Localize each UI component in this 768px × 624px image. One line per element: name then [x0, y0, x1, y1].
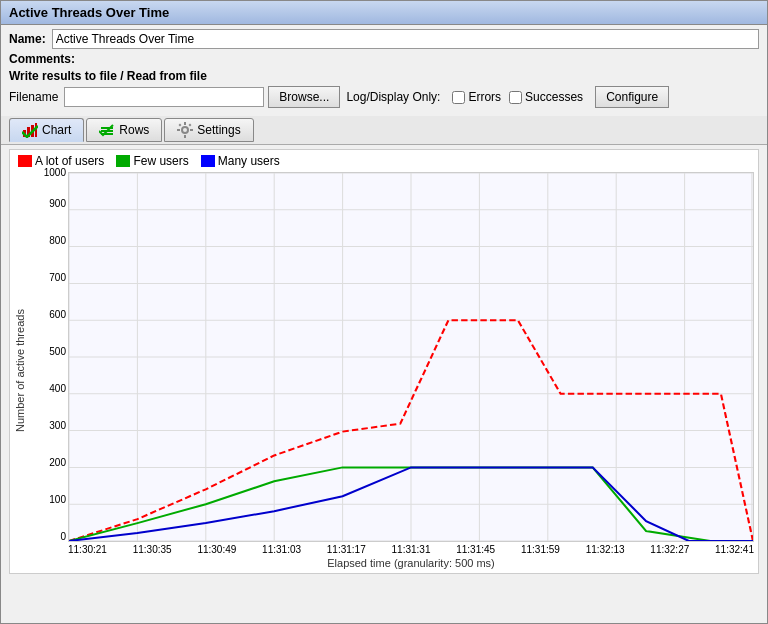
ytick-900: 900	[49, 198, 66, 209]
xlabel-9: 11:32:27	[650, 544, 689, 555]
window-title: Active Threads Over Time	[9, 5, 169, 20]
chart-inner	[68, 172, 754, 542]
rows-tab-label: Rows	[119, 123, 149, 137]
xlabel-1: 11:30:35	[133, 544, 172, 555]
main-window: Active Threads Over Time Name: Comments:…	[0, 0, 768, 624]
tab-chart[interactable]: Chart	[9, 118, 84, 142]
svg-rect-9	[179, 124, 182, 127]
ytick-200: 200	[49, 457, 66, 468]
successes-label: Successes	[525, 90, 583, 104]
legend-item-many: Many users	[201, 154, 280, 168]
xlabel-6: 11:31:45	[456, 544, 495, 555]
svg-point-4	[182, 127, 188, 133]
legend-label-many: Many users	[218, 154, 280, 168]
x-axis-title-text: Elapsed time (granularity: 500 ms)	[327, 557, 495, 569]
successes-checkbox-group: Successes	[509, 90, 583, 104]
settings-tab-icon	[177, 122, 193, 138]
ytick-800: 800	[49, 235, 66, 246]
ytick-600: 600	[49, 309, 66, 320]
svg-rect-7	[177, 129, 180, 131]
chart-tab-icon	[22, 122, 38, 138]
settings-tab-label: Settings	[197, 123, 240, 137]
svg-rect-8	[190, 129, 193, 131]
legend-color-many	[201, 155, 215, 167]
errors-checkbox[interactable]	[452, 91, 465, 104]
tab-settings[interactable]: Settings	[164, 118, 253, 142]
ytick-400: 400	[49, 383, 66, 394]
legend-color-alot	[18, 155, 32, 167]
ytick-0: 0	[60, 531, 66, 542]
svg-rect-5	[184, 122, 186, 125]
tabs-row: Chart Rows Settings	[1, 116, 767, 145]
xlabel-7: 11:31:59	[521, 544, 560, 555]
xlabel-2: 11:30:49	[197, 544, 236, 555]
filename-input[interactable]	[64, 87, 264, 107]
chart-legend: A lot of users Few users Many users	[14, 154, 754, 168]
x-axis-title: Elapsed time (granularity: 500 ms)	[68, 557, 754, 569]
errors-label: Errors	[468, 90, 501, 104]
filename-label: Filename	[9, 90, 58, 104]
name-row: Name:	[9, 29, 759, 49]
name-label: Name:	[9, 32, 46, 46]
xlabel-4: 11:31:17	[327, 544, 366, 555]
configure-button[interactable]: Configure	[595, 86, 669, 108]
svg-rect-6	[184, 135, 186, 138]
ytick-300: 300	[49, 420, 66, 431]
name-input[interactable]	[52, 29, 759, 49]
legend-label-few: Few users	[133, 154, 188, 168]
xlabel-8: 11:32:13	[586, 544, 625, 555]
errors-checkbox-group: Errors	[452, 90, 501, 104]
log-display-group: Log/Display Only: Errors Successes Confi…	[346, 86, 669, 108]
filename-row: Filename Browse... Log/Display Only: Err…	[9, 86, 759, 108]
xlabel-3: 11:31:03	[262, 544, 301, 555]
form-section: Name: Comments: Write results to file / …	[1, 25, 767, 116]
xlabel-10: 11:32:41	[715, 544, 754, 555]
successes-checkbox[interactable]	[509, 91, 522, 104]
comments-row: Comments:	[9, 52, 759, 66]
xlabel-0: 11:30:21	[68, 544, 107, 555]
legend-color-few	[116, 155, 130, 167]
ytick-100: 100	[49, 494, 66, 505]
chart-plot-area: 0 100 200 300 400 500 600 700 800 900 10…	[32, 172, 754, 569]
ytick-500: 500	[49, 346, 66, 357]
title-bar: Active Threads Over Time	[1, 1, 767, 25]
chart-container: Number of active threads 0 100 200 300 4…	[14, 172, 754, 569]
tab-rows[interactable]: Rows	[86, 118, 162, 142]
rows-tab-icon	[99, 122, 115, 138]
legend-item-few: Few users	[116, 154, 188, 168]
y-axis-label: Number of active threads	[14, 172, 30, 569]
comments-label: Comments:	[9, 52, 75, 66]
chart-area: A lot of users Few users Many users http…	[9, 149, 759, 574]
log-display-label: Log/Display Only:	[346, 90, 440, 104]
write-results-label: Write results to file / Read from file	[9, 69, 207, 83]
ytick-1000: 1000	[44, 167, 66, 178]
xlabel-5: 11:31:31	[392, 544, 431, 555]
chart-svg	[69, 173, 753, 541]
chart-tab-label: Chart	[42, 123, 71, 137]
ytick-700: 700	[49, 272, 66, 283]
svg-rect-10	[189, 124, 192, 127]
write-results-row: Write results to file / Read from file	[9, 69, 759, 83]
browse-button[interactable]: Browse...	[268, 86, 340, 108]
